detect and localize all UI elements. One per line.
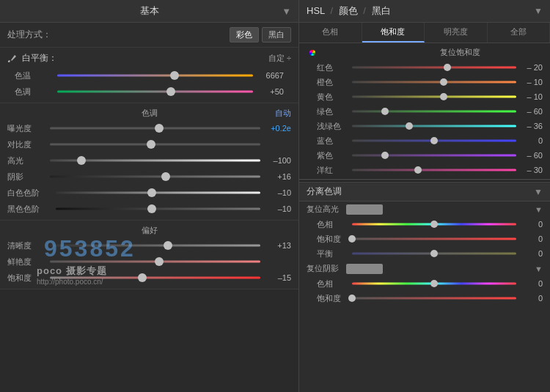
yellow-label: 黄色 [317,92,349,103]
split-arrow: ▼ [534,187,543,197]
split-header: 分离色调 ▼ [299,182,550,201]
orange-thumb[interactable] [440,78,447,86]
green-slider[interactable] [352,107,516,116]
vibrance-slider[interactable] [50,256,260,267]
s-sat-thumb[interactable] [348,295,356,302]
orange-label: 橙色 [317,77,349,88]
blue-slider[interactable] [352,136,516,145]
highlight-slider[interactable] [50,155,260,166]
hsl-indicator [309,50,315,56]
contrast-thumb[interactable] [147,140,155,149]
exposure-label: 曝光度 [7,123,45,134]
black-track [56,208,260,210]
magenta-track [352,169,516,171]
green-track [352,111,516,113]
purple-thumb[interactable] [381,152,389,159]
wb-header: 白平衡： 自定 ÷ [7,52,291,64]
yellow-slider-row: 黄色 – 10 [299,89,550,104]
black-thumb[interactable] [147,204,156,213]
h-hue-slider[interactable] [352,220,516,229]
black-slider-row: 黑色色阶 –10 [0,201,298,217]
balance-slider[interactable] [352,249,516,258]
h-sat-track [352,238,516,240]
temp-slider[interactable] [57,70,253,81]
tint-slider[interactable] [57,86,253,97]
shadow-slider[interactable] [50,171,260,182]
yellow-slider[interactable] [352,92,516,101]
red-slider[interactable] [352,63,516,72]
s-hue-label: 色相 [317,278,349,289]
clarity-thumb[interactable] [164,241,172,250]
contrast-slider[interactable] [50,139,260,149]
temp-value: 6667 [257,71,284,80]
blue-label: 蓝色 [317,136,349,147]
tab-luminance[interactable]: 明亮度 [425,23,488,42]
pref-section: 偏好 清晰度 +13 鲜艳度 饱和度 –15 [0,221,298,289]
highlight-arrow: ▼ [535,205,543,214]
highlight-color-btn[interactable] [346,204,383,215]
sat-title: 复位饱和度 [440,47,480,58]
exposure-slider[interactable] [50,123,260,133]
s-hue-slider[interactable] [352,279,516,288]
magenta-thumb[interactable] [414,166,422,174]
left-header-arrow[interactable]: ▼ [282,6,291,17]
exposure-thumb[interactable] [155,124,164,133]
hsl-text: HSL [307,5,325,16]
vibrance-thumb[interactable] [155,257,164,266]
black-label: 黑色色阶 [7,204,51,215]
tabs-row: 色相 饱和度 明亮度 全部 [299,23,550,43]
shadow-sub-header: 复位阴影 ▼ [299,261,550,276]
eyedropper-icon[interactable] [7,53,18,64]
h-hue-thumb[interactable] [430,221,438,228]
black-value: –10 [265,204,291,213]
shadow-color-btn[interactable] [346,264,383,274]
tab-all[interactable]: 全部 [488,23,551,42]
orange-slider[interactable] [352,78,516,86]
hsl-label: HSL / 颜色 / 黑白 [307,4,391,18]
tint-thumb[interactable] [166,87,175,96]
saturation-label: 饱和度 [7,273,45,284]
red-label: 红色 [317,62,349,73]
white-thumb[interactable] [147,188,156,197]
tint-track [57,91,253,93]
black-slider[interactable] [56,204,260,214]
h-sat-slider[interactable] [352,234,516,243]
green-thumb[interactable] [381,108,389,115]
magenta-slider-row: 洋红 – 30 [299,163,550,177]
bw-mode-button[interactable]: 黑白 [262,27,291,42]
saturation-section: 复位饱和度 红色 – 20 橙色 – 10 黄色 [299,43,550,180]
tab-hue[interactable]: 色相 [299,23,362,42]
saturation-slider[interactable] [50,273,260,283]
clarity-value: +13 [265,241,291,250]
balance-thumb[interactable] [430,250,438,257]
green-slider-row: 绿色 – 60 [299,104,550,119]
blue-thumb[interactable] [430,137,438,144]
split-tone-section: 分离色调 ▼ 复位高光 ▼ 色相 0 饱和度 0 [299,182,550,392]
s-sat-slider[interactable] [352,294,516,303]
bw-text: 黑白 [372,5,391,16]
purple-slider[interactable] [352,151,516,160]
aqua-slider[interactable] [352,122,516,130]
s-hue-thumb[interactable] [430,280,438,287]
color-mode-button[interactable]: 彩色 [230,27,259,42]
tone-header: 色调 自动 [0,106,298,120]
clarity-slider[interactable] [50,240,260,251]
temp-slider-row: 色温 6667 [7,67,291,84]
temp-thumb[interactable] [170,71,179,80]
magenta-slider[interactable] [352,166,516,174]
white-slider[interactable] [56,188,260,198]
yellow-value: – 10 [519,92,543,101]
yellow-thumb[interactable] [440,93,447,100]
aqua-label: 浅绿色 [317,121,349,132]
sep1: / [330,5,333,16]
shadow-thumb[interactable] [161,172,170,181]
shadow-slider-row: 阴影 +16 [0,169,298,185]
red-thumb[interactable] [444,64,451,71]
saturation-thumb[interactable] [138,273,147,282]
highlight-thumb[interactable] [77,156,86,165]
aqua-thumb[interactable] [406,122,413,130]
right-header-arrow[interactable]: ▼ [534,6,543,16]
tab-saturation[interactable]: 饱和度 [362,23,425,42]
h-sat-thumb[interactable] [348,235,356,243]
tone-auto[interactable]: 自动 [275,108,291,119]
